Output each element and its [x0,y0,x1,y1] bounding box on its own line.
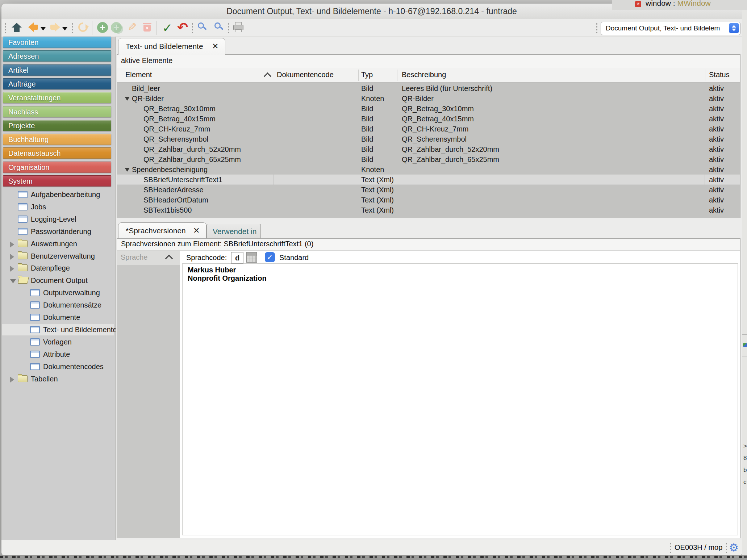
row-expander-open-icon[interactable] [125,168,130,172]
table-row[interactable]: QR_Zahlbar_durch_52x20mmBildQR_Zahlbar_d… [117,144,740,154]
table-row[interactable]: QR_Betrag_30x10mmBildQR_Betrag_30x10mmak… [117,104,740,114]
tab-close-icon[interactable]: ✕ [212,42,218,51]
column-header-beschreibung[interactable]: Beschreibung [402,71,446,79]
sidebar-item-auswertungen[interactable]: Auswertungen [2,238,114,250]
tree-expander-closed-icon[interactable] [10,242,14,247]
column-header-status[interactable]: Status [709,71,730,79]
sidebar-category-favoriten[interactable]: Favoriten [3,37,111,48]
tab-verwendet-in[interactable]: Verwendet in [206,224,261,238]
sidebar-item-aufgabenbearbeitung[interactable]: Aufgabenbearbeitung [2,189,114,200]
tab-sprachversionen[interactable]: *Sprachversionen ✕ [118,222,206,238]
forward-history-dropdown-icon[interactable] [62,27,67,30]
tree-expander-open-icon[interactable] [10,279,16,283]
back-history-dropdown-icon[interactable] [41,27,46,30]
tree-expander-closed-icon[interactable] [10,254,14,260]
table-row[interactable]: SBText1bis500Text (Xml)aktiv [117,205,740,215]
sidebar-category-nachlass[interactable]: Nachlass [3,106,111,117]
sidebar-category-veranstaltungen[interactable]: Veranstaltungen [3,92,111,103]
column-header-dokumentencode[interactable]: Dokumentencode [277,71,334,79]
forward-arrow-icon[interactable] [49,22,60,32]
add-child-icon[interactable]: + [111,22,122,33]
sidebar-category-datenaustausch[interactable]: Datenaustausch [3,147,111,159]
language-table-picker-icon[interactable] [246,252,257,263]
sidebar-category-system[interactable]: System [3,175,111,187]
tab-text-und-bildelemente[interactable]: Text- und Bildelemente ✕ [118,38,225,55]
table-row[interactable]: QR-BilderKnotenQR-Bilderaktiv [117,93,740,104]
sidebar-category-organisation[interactable]: Organisation [3,162,111,173]
sidebar-item-vorlagen[interactable]: Vorlagen [2,336,114,348]
row-expander-open-icon[interactable] [125,97,130,101]
background-glyph: > [743,443,747,450]
cell-beschreibung: QR_CH-Kreuz_7mm [402,124,468,134]
sidebar-category-artikel[interactable]: Artikel [3,64,111,76]
sprachcode-input[interactable]: d [231,252,243,264]
confirm-check-icon[interactable]: ✓ [161,21,174,35]
sidebar-item-tabellen[interactable]: Tabellen [2,373,114,385]
print-icon[interactable] [233,22,243,32]
table-row[interactable]: QR_CH-Kreuz_7mmBildQR_CH-Kreuz_7mmaktiv [117,124,740,134]
refresh-icon[interactable] [78,22,88,32]
editor-text-line: Nonprofit Organization [188,274,267,283]
sidebar-item-outputverwaltung[interactable]: Outputverwaltung [2,287,114,298]
sidebar-category-auftraege[interactable]: Aufträge [3,78,111,89]
undo-icon[interactable]: ↶ [176,20,189,35]
search-icon[interactable] [197,22,208,33]
search-advanced-icon[interactable] [214,22,225,33]
sidebar-item-dokumentencodes[interactable]: Dokumentencodes [2,361,114,372]
table-row[interactable]: Bild_leerBildLeeres Bild (für Unterschri… [117,83,740,93]
column-header-typ[interactable]: Typ [361,71,373,79]
sidebar-item-dokumentens-tze[interactable]: Dokumentensätze [2,299,114,311]
toolbar-drag-handle[interactable] [596,22,598,33]
window-icon [18,203,28,210]
toolbar-drag-handle[interactable] [4,22,7,33]
sidebar-category-buchhaltung[interactable]: Buchhaltung [3,134,111,145]
tab-close-icon[interactable]: ✕ [193,226,200,235]
sidebar-category-projekte[interactable]: Projekte [3,120,111,131]
divider [742,356,747,356]
toolbar-drag-handle[interactable] [191,22,194,33]
cell-divider [358,175,358,185]
sort-ascending-icon[interactable] [265,72,270,81]
back-arrow-icon[interactable] [28,22,39,32]
table-row[interactable]: SBBriefUnterschriftText1Text (Xml)aktiv [117,175,740,185]
sidebar-item-benutzerverwaltung[interactable]: Benutzerverwaltung [2,250,114,262]
settings-gear-icon[interactable]: ⚙ [728,541,741,554]
tree-expander-closed-icon[interactable] [10,377,14,383]
sidebar-item-dokumente[interactable]: Dokumente [2,312,114,323]
statusbar-drag-handle [725,542,728,553]
tree-item-label: Document Output [31,275,88,286]
sidebar-item-datenpflege[interactable]: Datenpflege [2,262,114,274]
sidebar-item-logging-level[interactable]: Logging-Level [2,213,114,225]
table-row[interactable]: QR_Betrag_40x15mmBildQR_Betrag_40x15mmak… [117,114,740,124]
tree-item-label: Vorlagen [43,336,72,348]
table-row[interactable]: SBHeaderOrtDatumText (Xml)aktiv [117,195,740,205]
delete-trash-icon[interactable]: x [143,23,151,32]
perspective-select[interactable]: Document Output, Text- und Bildelem [601,22,740,35]
sidebar-item-jobs[interactable]: Jobs [2,201,114,213]
table-row[interactable]: SBHeaderAdresseText (Xml)aktiv [117,185,740,195]
table-row[interactable]: QR_ScherensymbolBildQR_Scherensymbolakti… [117,134,740,144]
cell-element: SBHeaderOrtDatum [143,195,208,205]
table-row[interactable]: SpendenbescheinigungKnotenaktiv [117,164,740,175]
home-icon[interactable] [11,22,22,34]
toolbar-drag-handle[interactable] [71,22,74,33]
sidebar-item-attribute[interactable]: Attribute [2,348,114,360]
cell-element: SBText1bis500 [143,205,192,215]
sidebar-item-passwort-nderung[interactable]: Passwortänderung [2,226,114,237]
sprache-list-header[interactable]: Sprache [117,251,180,265]
column-header-element[interactable]: Element [125,71,152,79]
toolbar-drag-handle[interactable] [228,22,230,33]
select-chevrons-icon[interactable] [729,23,739,33]
sidebar-item-text-und-bildelemente[interactable]: Text- und Bildelemente [2,324,114,335]
add-icon[interactable]: + [97,22,108,33]
cell-typ: Bild [361,134,373,144]
cell-status: aktiv [709,164,724,175]
language-text-editor[interactable]: Markus HuberNonprofit Organization [182,263,738,535]
edit-pencil-icon[interactable]: ✎ [126,21,138,33]
table-row[interactable]: QR_Zahlbar_durch_65x25mmBildQR_Zahlbar_d… [117,154,740,164]
folder-icon [18,264,28,272]
tree-expander-closed-icon[interactable] [10,266,14,272]
standard-checkbox[interactable]: ✓ [265,252,275,262]
sidebar-item-document-output[interactable]: Document Output [2,275,114,286]
sidebar-category-adressen[interactable]: Adressen [3,50,111,62]
